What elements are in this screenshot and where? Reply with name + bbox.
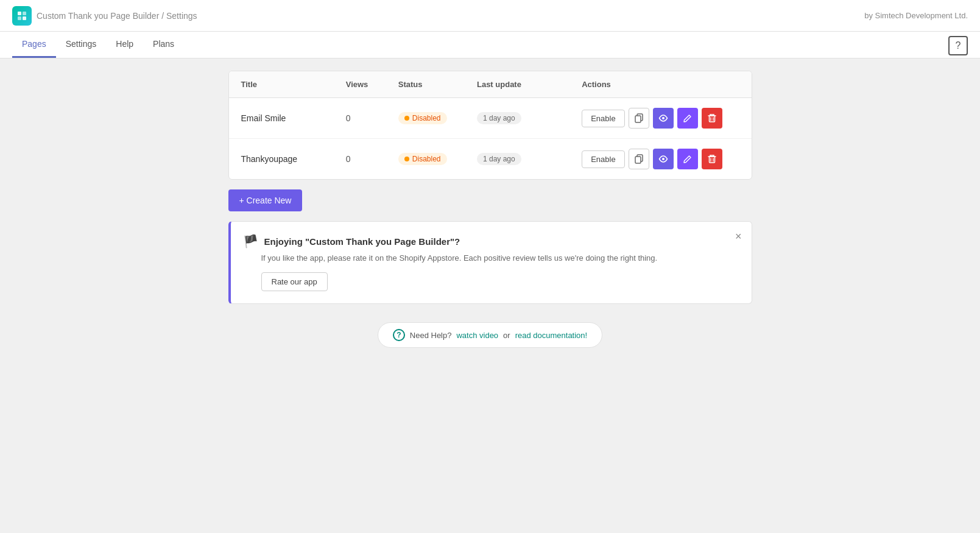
row1-title: Email Smile: [241, 113, 346, 123]
svg-rect-7: [709, 116, 714, 122]
notification-title: Enjoying "Custom Thank you Page Builder"…: [264, 236, 460, 247]
app-brand: Custom Thank you Page Builder / Settings: [12, 6, 197, 26]
row1-enable-button[interactable]: Enable: [582, 110, 624, 127]
svg-rect-1: [23, 12, 26, 15]
col-actions: Actions: [582, 80, 739, 89]
edit-icon: [683, 155, 692, 164]
notification-text: If you like the app, please rate it on t…: [261, 253, 739, 263]
trash-icon: [708, 113, 716, 123]
top-bar: Custom Thank you Page Builder / Settings…: [0, 0, 980, 32]
svg-rect-0: [18, 12, 21, 15]
table-row: Thankyoupage 0 Disabled 1 day ago Enable: [229, 139, 752, 179]
table-row: Email Smile 0 Disabled 1 day ago Enable: [229, 98, 752, 139]
row2-title: Thankyoupage: [241, 154, 346, 164]
create-new-button[interactable]: + Create New: [228, 189, 303, 211]
svg-point-6: [662, 117, 664, 119]
trash-icon: [708, 154, 716, 164]
notification-card: × 🏴 Enjoying "Custom Thank you Page Buil…: [228, 221, 752, 304]
row1-actions: Enable: [582, 108, 739, 129]
row2-last-update: 1 day ago: [477, 153, 582, 165]
help-bubble: ? Need Help? watch video or read documen…: [378, 322, 602, 348]
notification-header: 🏴 Enjoying "Custom Thank you Page Builde…: [243, 234, 739, 249]
row2-copy-button[interactable]: [629, 149, 649, 169]
col-views: Views: [346, 80, 398, 89]
help-footer: ? Need Help? watch video or read documen…: [228, 322, 752, 348]
help-or-text: or: [503, 331, 510, 340]
read-docs-link[interactable]: read documentation!: [515, 331, 588, 340]
nav-tabs-list: Pages Settings Help Plans: [12, 32, 184, 58]
tab-pages[interactable]: Pages: [12, 32, 56, 58]
table-header: Title Views Status Last update Actions: [229, 71, 752, 98]
row2-enable-button[interactable]: Enable: [582, 150, 624, 168]
notification-close-button[interactable]: ×: [735, 230, 742, 243]
col-title: Title: [241, 80, 346, 89]
svg-rect-11: [635, 157, 641, 163]
eye-icon: [658, 115, 668, 122]
row2-actions: Enable: [582, 149, 739, 169]
row1-copy-button[interactable]: [629, 108, 649, 129]
col-status: Status: [398, 80, 477, 89]
row1-update-badge: 1 day ago: [477, 112, 521, 124]
help-circle-icon: ?: [393, 329, 405, 341]
nav-tabs: Pages Settings Help Plans ?: [0, 32, 980, 58]
svg-rect-2: [18, 16, 21, 20]
row1-status-label: Disabled: [412, 114, 441, 122]
app-title: Custom Thank you Page Builder / Settings: [37, 11, 197, 21]
row2-delete-button[interactable]: [702, 149, 722, 169]
app-title-text: Custom Thank you Page Builder: [37, 11, 159, 21]
main-content: Title Views Status Last update Actions E…: [216, 58, 764, 360]
tab-settings[interactable]: Settings: [56, 32, 107, 58]
copy-icon: [634, 113, 644, 123]
row2-update-badge: 1 day ago: [477, 153, 521, 165]
copy-icon: [634, 154, 644, 164]
company-credit: by Simtech Development Ltd.: [864, 11, 968, 20]
rate-app-button[interactable]: Rate our app: [261, 272, 328, 291]
pages-table-card: Title Views Status Last update Actions E…: [228, 71, 752, 180]
row1-views: 0: [346, 113, 398, 123]
svg-rect-5: [635, 116, 641, 122]
eye-icon: [658, 155, 668, 163]
row2-status: Disabled: [398, 153, 477, 165]
tab-plans[interactable]: Plans: [143, 32, 184, 58]
status-dot: [404, 116, 409, 121]
watch-video-link[interactable]: watch video: [456, 331, 498, 340]
help-icon-button[interactable]: ?: [948, 36, 968, 55]
svg-point-12: [662, 158, 664, 160]
row1-last-update: 1 day ago: [477, 112, 582, 124]
svg-rect-13: [709, 157, 714, 163]
row1-delete-button[interactable]: [702, 108, 722, 129]
app-logo-icon: [12, 6, 32, 26]
svg-rect-3: [23, 16, 26, 20]
row2-status-label: Disabled: [412, 155, 441, 163]
row2-edit-button[interactable]: [677, 149, 698, 169]
row1-edit-button[interactable]: [677, 108, 698, 129]
page-name: Settings: [166, 11, 197, 21]
separator: /: [159, 11, 166, 21]
col-last-update: Last update: [477, 80, 582, 89]
help-text: Need Help?: [410, 331, 452, 340]
tab-help[interactable]: Help: [106, 32, 143, 58]
edit-icon: [683, 114, 692, 123]
row1-status: Disabled: [398, 112, 477, 124]
flag-icon: 🏴: [243, 234, 258, 249]
row2-views: 0: [346, 154, 398, 164]
row1-view-button[interactable]: [653, 108, 674, 129]
status-dot: [404, 157, 409, 161]
row2-view-button[interactable]: [653, 149, 674, 169]
